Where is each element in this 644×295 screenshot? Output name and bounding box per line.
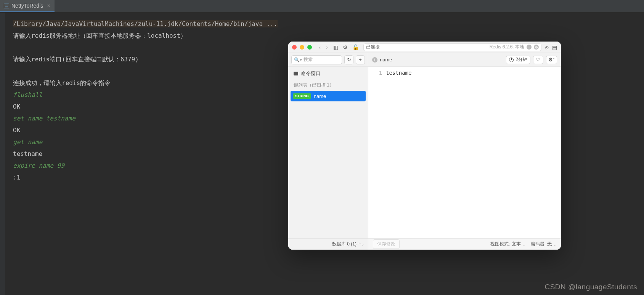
tab-title: NettyToRedis xyxy=(11,3,43,9)
view-mode-select[interactable]: 视图模式: 文本 xyxy=(490,241,525,247)
refresh-status-icon[interactable]: ⊘ xyxy=(534,45,539,50)
terminal-icon xyxy=(294,72,298,75)
back-icon[interactable]: ‹ xyxy=(319,44,321,50)
cmd-set: set name testname xyxy=(13,115,75,122)
key-info-icon[interactable]: i xyxy=(372,57,377,63)
info-icon[interactable]: i xyxy=(527,45,532,50)
clock-icon xyxy=(509,58,514,62)
traffic-lights xyxy=(292,45,312,50)
value-footer: 保存修改 视图模式: 文本 编码器: 无 xyxy=(368,238,561,250)
panel-icon[interactable]: ▤ xyxy=(552,44,557,50)
prompt-host: 请输入redis服务器地址（回车直接本地服务器：localhost） xyxy=(13,32,186,39)
key-name: name xyxy=(380,57,392,63)
sidebar: 命令窗口 键列表（已扫描 1） STRING name 数据库 0 (1) ⌃⌄ xyxy=(288,67,368,250)
settings-icon[interactable]: ⚙ xyxy=(343,44,348,50)
prompt-port: 请输入redis端口(回车直接端口默认：6379) xyxy=(13,56,139,63)
line-number: 1 xyxy=(374,70,382,235)
close-window-icon[interactable] xyxy=(292,45,297,50)
db-selector[interactable]: 数据库 0 (1) ⌃⌄ xyxy=(288,238,368,250)
search-placeholder: 搜索 xyxy=(304,56,313,63)
value-panel: 1 testname 保存修改 视图模式: 文本 编码器: 无 xyxy=(368,67,561,250)
search-input[interactable]: 🔍▾ 搜索 xyxy=(291,55,342,64)
key-type-badge: STRING xyxy=(293,93,311,99)
cmd-expire: expire name 99 xyxy=(13,162,64,169)
close-icon[interactable]: ✕ xyxy=(47,3,51,8)
connection-status-bar[interactable]: 已连接 Redis 6.2.6: 本地 i ⊘ xyxy=(363,43,541,51)
nav-arrows: ‹ › xyxy=(319,44,328,50)
redis-client-window: ‹ › ▥ ⚙ 🔓 已连接 Redis 6.2.6: 本地 i ⊘ ⎋ ▤ 🔍▾… xyxy=(288,42,561,250)
value-editor[interactable]: 1 testname xyxy=(368,67,561,238)
key-item-name[interactable]: STRING name xyxy=(291,91,366,101)
keylist-header: 键列表（已扫描 1） xyxy=(288,80,368,91)
resp-ok1: OK xyxy=(13,103,20,110)
refresh-button[interactable]: ↻ xyxy=(344,55,353,64)
minimize-window-icon[interactable] xyxy=(300,45,304,50)
java-path: /Library/Java/JavaVirtualMachines/zulu-1… xyxy=(13,20,278,27)
toolbar: 🔍▾ 搜索 ↻ + i name 2分钟 xyxy=(288,53,561,67)
search-icon: 🔍▾ xyxy=(294,57,302,63)
account-icon[interactable]: ⎋ xyxy=(545,44,548,50)
value-text: testname xyxy=(386,70,411,235)
connect-ok: 连接成功，请输入redis的命令指令 xyxy=(13,79,111,87)
encoder-select[interactable]: 编码器: 无 xyxy=(531,241,556,247)
key-settings-button[interactable] xyxy=(546,56,557,64)
resp-ok2: OK xyxy=(13,127,20,134)
add-key-button[interactable]: + xyxy=(356,55,365,64)
tab-strip: NettyToRedis ✕ xyxy=(0,0,644,13)
lock-icon[interactable]: 🔓 xyxy=(352,44,359,50)
tab-netty[interactable]: NettyToRedis ✕ xyxy=(0,0,55,12)
watermark: CSDN @languageStudents xyxy=(544,283,637,291)
resp-expire: :1 xyxy=(13,174,20,181)
key-item-label: name xyxy=(314,93,326,99)
forward-icon[interactable]: › xyxy=(326,44,328,50)
ttl-badge[interactable]: 2分钟 xyxy=(506,56,530,64)
status-text: 已连接 xyxy=(366,44,380,50)
favorite-button[interactable] xyxy=(533,56,543,64)
zoom-window-icon[interactable] xyxy=(307,45,312,50)
cmd-flushall: flushall xyxy=(13,91,42,98)
run-config-icon xyxy=(4,3,9,8)
chevron-updown-icon: ⌃⌄ xyxy=(358,242,364,246)
server-label: Redis 6.2.6: 本地 xyxy=(490,44,524,50)
resp-value: testname xyxy=(13,150,42,157)
sidebar-item-cmdwin[interactable]: 命令窗口 xyxy=(288,67,368,80)
save-button[interactable]: 保存修改 xyxy=(373,239,400,249)
gutter xyxy=(0,13,5,295)
cmd-get: get name xyxy=(13,138,42,146)
titlebar[interactable]: ‹ › ▥ ⚙ 🔓 已连接 Redis 6.2.6: 本地 i ⊘ ⎋ ▤ xyxy=(288,42,561,53)
sidebar-toggle-icon[interactable]: ▥ xyxy=(333,44,338,50)
